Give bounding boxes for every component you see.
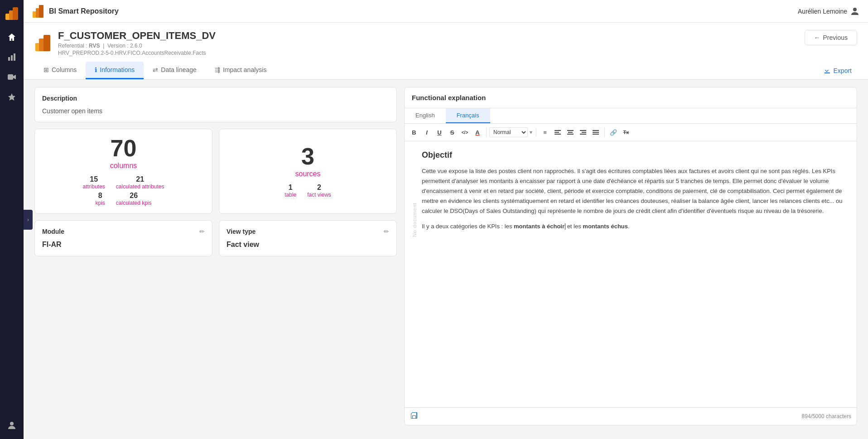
- tabs-row: ⊞ Columns ℹ Informations ⇄ Data lineage …: [34, 62, 857, 79]
- editor-content[interactable]: Objectif Cette vue expose la liste des p…: [422, 149, 849, 237]
- editor-body-paragraph-1: Cette vue expose la liste des postes cli…: [422, 166, 849, 216]
- svg-rect-26: [593, 130, 599, 131]
- tab-columns[interactable]: ⊞ Columns: [34, 62, 86, 79]
- toolbar-bold-btn[interactable]: B: [408, 126, 420, 138]
- toolbar-align-right-btn[interactable]: [577, 126, 589, 138]
- svg-marker-7: [13, 75, 16, 79]
- sources-sub-stats: 1 table 2 fact views: [285, 183, 331, 198]
- tab-informations-label: Informations: [100, 66, 135, 73]
- export-button[interactable]: Export: [818, 63, 857, 78]
- svg-rect-3: [8, 57, 10, 61]
- sidebar-star-icon[interactable]: [4, 89, 20, 105]
- svg-rect-2: [13, 7, 18, 20]
- user-avatar-icon: [851, 7, 859, 15]
- prev-arrow-icon: ←: [814, 34, 820, 41]
- toolbar-align-center-btn[interactable]: [564, 126, 576, 138]
- svg-rect-22: [567, 134, 574, 135]
- svg-rect-6: [8, 74, 13, 80]
- table-count: 1: [289, 183, 293, 192]
- svg-rect-5: [14, 53, 15, 61]
- sidebar-video-icon[interactable]: [4, 69, 20, 85]
- columns-tab-icon: ⊞: [43, 66, 49, 73]
- data-lineage-tab-icon: ⇄: [153, 66, 158, 73]
- header-left: BI Smart Repository: [33, 5, 119, 18]
- fact-views-label: fact views: [307, 192, 331, 198]
- view-type-title: View type: [227, 228, 256, 235]
- table-label: table: [285, 192, 296, 198]
- module-title: Module: [42, 228, 64, 235]
- body2-bold1: montants à échoir: [514, 223, 564, 230]
- top-header: BI Smart Repository Aurélien Lemoine: [24, 0, 868, 23]
- toolbar-divider-3: [604, 128, 605, 137]
- sidebar-user-icon[interactable]: [4, 417, 20, 434]
- toolbar-link-btn[interactable]: 🔗: [608, 126, 619, 138]
- save-icon-btn[interactable]: [410, 411, 418, 421]
- tab-impact-analysis-label: Impact analysis: [223, 66, 266, 73]
- sources-count: 3: [301, 145, 314, 168]
- char-count: 894/5000 characters: [802, 413, 851, 420]
- svg-rect-16: [43, 35, 50, 51]
- tab-impact-analysis[interactable]: ⇶ Impact analysis: [206, 62, 275, 79]
- svg-rect-4: [11, 55, 13, 61]
- toolbar-format-select[interactable]: Normal Heading 1 Heading 2: [489, 127, 528, 137]
- toolbar-strikethrough-btn[interactable]: S: [446, 126, 458, 138]
- calc-attributes-label: calculated attributes: [116, 183, 164, 190]
- informations-tab-icon: ℹ: [95, 66, 97, 73]
- impact-analysis-tab-icon: ⇶: [215, 66, 220, 73]
- sidebar-chart-icon[interactable]: [4, 49, 20, 65]
- toolbar-justify-btn[interactable]: [590, 126, 602, 138]
- sidebar-home-icon[interactable]: [4, 29, 20, 45]
- tab-data-lineage[interactable]: ⇄ Data lineage: [144, 62, 206, 79]
- sources-stats-card: 3 sources 1 table 2 fact views: [219, 129, 397, 214]
- description-card: Description Customer open items: [34, 87, 397, 122]
- toolbar-align-left-btn[interactable]: [552, 126, 564, 138]
- object-title-left: F_CUSTOMER_OPEN_ITEMS_DV Referential : R…: [34, 30, 216, 56]
- rich-text-toolbar: B I U S </> A Normal Heading 1 Heading 2…: [405, 124, 857, 141]
- text-editor-area[interactable]: No document Objectif Cette vue expose la…: [405, 141, 857, 407]
- functional-explanation-title: Functional explanation: [405, 87, 857, 108]
- app-title: BI Smart Repository: [49, 7, 119, 15]
- language-tabs: English Français: [405, 108, 857, 124]
- toolbar-ordered-list-btn[interactable]: ≡: [539, 126, 551, 138]
- svg-point-13: [853, 8, 857, 11]
- right-panel: Functional explanation English Français …: [404, 87, 857, 425]
- svg-rect-24: [582, 132, 586, 133]
- svg-marker-8: [8, 93, 15, 101]
- module-card-header: Module ✏: [42, 228, 205, 235]
- body2-prefix: Il y a deux catégories de KPIs : les: [422, 223, 514, 230]
- no-document-label: No document: [412, 149, 417, 237]
- svg-rect-23: [580, 130, 586, 131]
- previous-button[interactable]: ← Previous: [805, 30, 857, 45]
- object-title-row: F_CUSTOMER_OPEN_ITEMS_DV Referential : R…: [34, 30, 857, 56]
- toolbar-clear-btn[interactable]: Tx: [620, 126, 632, 138]
- toolbar-underline-btn[interactable]: U: [434, 126, 445, 138]
- sidebar-collapse-button[interactable]: ›: [24, 210, 33, 230]
- lang-tab-french[interactable]: Français: [446, 108, 490, 123]
- svg-rect-20: [567, 130, 574, 131]
- app-logo-sidebar: [4, 5, 20, 22]
- editor-body-paragraph-2: Il y a deux catégories de KPIs : les mon…: [422, 222, 849, 232]
- module-edit-icon[interactable]: ✏: [199, 228, 205, 235]
- columns-label: columns: [110, 162, 137, 170]
- columns-sub-stats: 15 attributes 21 calculated attributes: [82, 175, 164, 190]
- description-text: Customer open items: [42, 107, 389, 115]
- editor-footer: 894/5000 characters: [405, 407, 857, 425]
- toolbar-divider-2: [536, 128, 536, 137]
- table-stat: 1 table: [285, 183, 296, 198]
- kpis-count: 8: [98, 192, 102, 200]
- toolbar-code-btn[interactable]: </>: [459, 126, 471, 138]
- attributes-label: attributes: [82, 183, 105, 190]
- object-header: F_CUSTOMER_OPEN_ITEMS_DV Referential : R…: [24, 23, 868, 80]
- svg-rect-19: [555, 134, 561, 135]
- tab-informations[interactable]: ℹ Informations: [86, 62, 144, 79]
- toolbar-color-a-btn[interactable]: A: [472, 126, 483, 138]
- main-area: BI Smart Repository Aurélien Lemoine F_C…: [24, 0, 868, 439]
- toolbar-italic-btn[interactable]: I: [421, 126, 433, 138]
- attributes-stat: 15 attributes: [82, 175, 105, 190]
- columns-stats-card: 70 columns 15 attributes 21 calculated a…: [34, 129, 212, 214]
- view-type-edit-icon[interactable]: ✏: [384, 228, 389, 235]
- object-meta: Referential : RVS | Version : 2.6.0: [58, 43, 216, 49]
- lang-tab-english[interactable]: English: [405, 108, 446, 123]
- object-name: F_CUSTOMER_OPEN_ITEMS_DV: [58, 30, 216, 42]
- stats-grid: 70 columns 15 attributes 21 calculated a…: [34, 129, 397, 214]
